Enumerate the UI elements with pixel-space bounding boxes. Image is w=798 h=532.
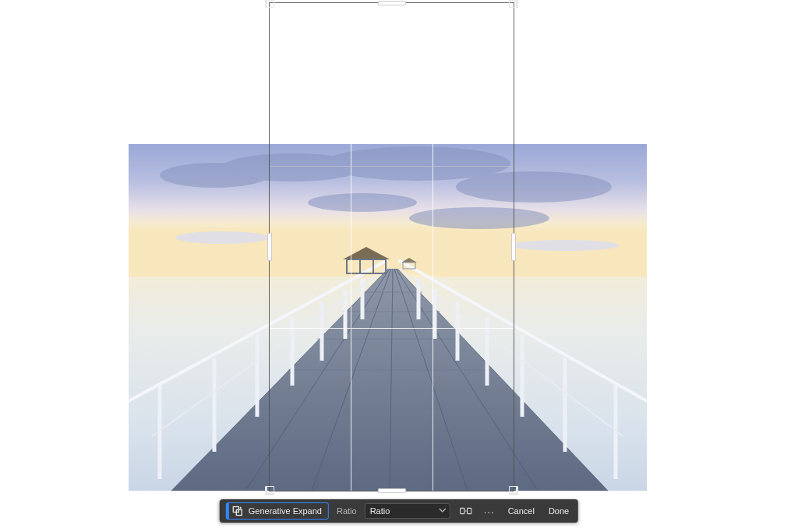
svg-point-10 xyxy=(510,240,620,251)
crop-handle-left[interactable] xyxy=(267,233,272,261)
crop-handle-bottom[interactable] xyxy=(378,488,406,493)
chevron-down-icon xyxy=(439,506,447,516)
ratio-dropdown-value: Ratio xyxy=(370,506,390,516)
svg-point-8 xyxy=(409,207,549,229)
crop-handle-bottom-right[interactable] xyxy=(509,486,518,495)
svg-point-9 xyxy=(175,231,269,244)
more-icon: ... xyxy=(484,505,495,515)
ratio-label: Ratio xyxy=(337,506,357,516)
canvas-area: Generative Expand Ratio Ratio ... Cancel… xyxy=(0,0,798,532)
ratio-dropdown[interactable]: Ratio xyxy=(365,503,450,519)
svg-point-6 xyxy=(456,171,612,203)
more-options-button[interactable]: ... xyxy=(482,503,497,519)
crop-handle-bottom-left[interactable] xyxy=(265,486,274,495)
document-image xyxy=(129,144,647,491)
svg-rect-52 xyxy=(461,508,464,513)
crop-handle-right[interactable] xyxy=(511,233,516,261)
clear-ratio-fields-button[interactable] xyxy=(458,503,474,519)
svg-rect-53 xyxy=(467,508,471,513)
crop-handle-top-right[interactable] xyxy=(509,0,518,8)
crop-handle-top[interactable] xyxy=(378,1,406,5)
generative-expand-button[interactable]: Generative Expand xyxy=(226,502,329,520)
crop-options-bar: Generative Expand Ratio Ratio ... Cancel… xyxy=(220,499,578,523)
generative-expand-label: Generative Expand xyxy=(249,506,322,516)
crop-handle-top-left[interactable] xyxy=(265,0,274,8)
cancel-button[interactable]: Cancel xyxy=(505,505,538,517)
expand-sparkle-icon xyxy=(231,505,244,517)
done-button[interactable]: Done xyxy=(546,505,572,517)
svg-point-7 xyxy=(308,193,417,212)
